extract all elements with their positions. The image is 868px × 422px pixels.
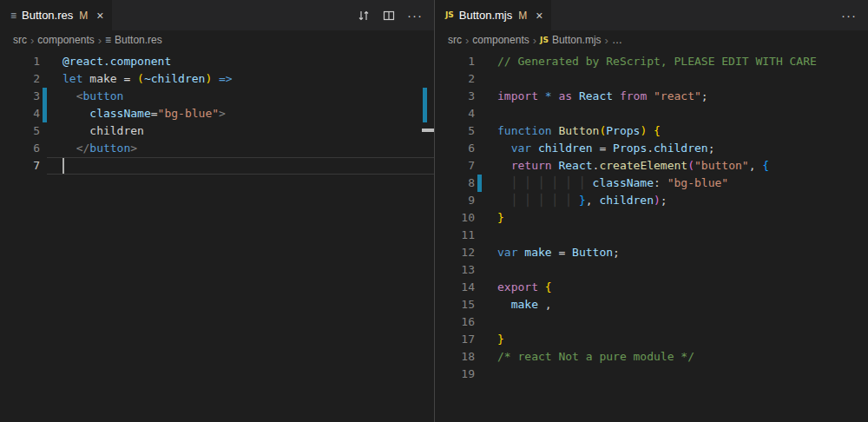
code-line-content: } <box>482 209 868 227</box>
code-line[interactable]: 18/* react Not a pure module */ <box>435 348 868 366</box>
code-line-content <box>482 227 868 244</box>
line-number[interactable]: 12 <box>435 244 475 261</box>
code-token: > <box>130 142 137 155</box>
code-line[interactable]: 6 </button> <box>0 140 434 157</box>
code-token: "button" <box>694 159 749 172</box>
code-line[interactable]: 2let make = (~children) => <box>0 70 434 88</box>
code-line[interactable]: 9 │ │ │ │ │ }, children); <box>435 192 868 209</box>
line-number[interactable]: 4 <box>0 105 40 122</box>
split-editor-icon[interactable] <box>382 9 396 23</box>
code-line[interactable]: 15 make , <box>435 296 868 313</box>
code-token: Props <box>606 124 640 137</box>
code-token <box>572 89 579 102</box>
code-line[interactable]: 3 <button <box>0 88 434 105</box>
code-line[interactable]: 5function Button(Props) { <box>435 122 868 140</box>
line-number[interactable]: 19 <box>435 366 475 383</box>
line-number[interactable]: 6 <box>435 140 475 157</box>
code-editor-right[interactable]: 1// Generated by ReScript, PLEASE EDIT W… <box>435 49 868 422</box>
line-number[interactable]: 7 <box>0 157 40 175</box>
line-number[interactable]: 3 <box>0 88 40 105</box>
code-line[interactable]: 4 className="bg-blue"> <box>0 105 434 122</box>
tab-button-mjs[interactable]: JS Button.mjs M × <box>435 0 551 30</box>
tab-button-res[interactable]: ≡ Button.res M × <box>0 0 112 30</box>
code-line[interactable]: 19 <box>435 366 868 383</box>
breadcrumb-item[interactable]: src <box>13 34 27 46</box>
breadcrumb-item[interactable]: … <box>612 34 622 46</box>
line-number[interactable]: 1 <box>435 53 475 70</box>
code-line[interactable]: 17} <box>435 331 868 348</box>
breadcrumb-label: components <box>472 34 529 46</box>
more-actions-icon[interactable]: ··· <box>407 8 423 23</box>
code-token <box>62 142 76 155</box>
code-line[interactable]: 7 <box>0 157 434 175</box>
close-icon[interactable]: × <box>96 10 103 22</box>
code-token: var <box>497 246 517 259</box>
breadcrumb-item[interactable]: components <box>472 34 529 46</box>
code-line-content <box>482 366 868 383</box>
code-line[interactable]: 6 var children = Props.children; <box>435 140 868 157</box>
line-number[interactable]: 15 <box>435 296 475 313</box>
open-changes-icon[interactable] <box>357 9 371 23</box>
code-line-content: var make = Button; <box>482 244 868 261</box>
code-token: } <box>497 333 504 346</box>
javascript-file-icon: JS <box>445 11 454 19</box>
line-number[interactable]: 16 <box>435 313 475 331</box>
code-line[interactable]: 14export { <box>435 279 868 296</box>
line-number[interactable]: 6 <box>0 140 40 157</box>
code-editor-left[interactable]: 1@react.component2let make = (~children)… <box>0 49 434 422</box>
code-line[interactable]: 1@react.component <box>0 53 434 70</box>
line-number[interactable]: 13 <box>435 261 475 279</box>
code-line[interactable]: 5 children <box>0 122 434 140</box>
code-token: from <box>620 89 647 102</box>
code-token: Button <box>572 246 613 259</box>
line-number[interactable]: 7 <box>435 157 475 175</box>
line-number[interactable]: 14 <box>435 279 475 296</box>
breadcrumb-item[interactable]: src <box>448 34 462 46</box>
code-token <box>497 298 511 311</box>
code-token: * <box>545 89 552 102</box>
code-line[interactable]: 1// Generated by ReScript, PLEASE EDIT W… <box>435 53 868 70</box>
line-number[interactable]: 10 <box>435 209 475 227</box>
code-token: button <box>89 142 130 155</box>
code-token: : <box>654 176 667 189</box>
line-number[interactable]: 2 <box>435 70 475 88</box>
code-token: children <box>654 142 708 155</box>
code-line-content: return React.createElement("button", { <box>482 157 868 175</box>
code-line-content: /* react Not a pure module */ <box>482 348 868 366</box>
line-number[interactable]: 9 <box>435 192 475 209</box>
code-token: Button <box>558 124 599 137</box>
code-token: "bg-blue" <box>158 107 219 120</box>
code-line[interactable]: 11 <box>435 227 868 244</box>
close-icon[interactable]: × <box>536 10 542 22</box>
code-line[interactable]: 10} <box>435 209 868 227</box>
code-line[interactable]: 12var make = Button; <box>435 244 868 261</box>
code-token: } <box>579 194 586 207</box>
line-number[interactable]: 8 <box>435 175 475 192</box>
code-line[interactable]: 4 <box>435 105 868 122</box>
breadcrumb-item[interactable]: JSButton.mjs <box>540 34 602 46</box>
code-line[interactable]: 7 return React.createElement("button", { <box>435 157 868 175</box>
code-line[interactable]: 13 <box>435 261 868 279</box>
line-number[interactable]: 2 <box>0 70 40 88</box>
code-token: ; <box>661 194 667 207</box>
breadcrumb-item[interactable]: components <box>37 34 94 46</box>
line-number[interactable]: 1 <box>0 53 40 70</box>
line-number[interactable]: 17 <box>435 331 475 348</box>
code-line[interactable]: 3import * as React from "react"; <box>435 88 868 105</box>
tab-title: Button.res <box>22 9 73 22</box>
more-actions-icon[interactable]: ··· <box>841 8 857 23</box>
line-number[interactable]: 4 <box>435 105 475 122</box>
code-line[interactable]: 2 <box>435 70 868 88</box>
line-number[interactable]: 3 <box>435 88 475 105</box>
code-line-content: │ │ │ │ │ }, children); <box>482 192 868 209</box>
code-line[interactable]: 8 │ │ │ │ │ │ className: "bg-blue" <box>435 175 868 192</box>
breadcrumb-separator-icon: › <box>98 34 102 47</box>
breadcrumb-item[interactable]: ≡Button.res <box>105 34 162 46</box>
code-line-content: </button> <box>47 140 434 157</box>
line-number[interactable]: 5 <box>435 122 475 140</box>
code-line[interactable]: 16 <box>435 313 868 331</box>
code-line-content: className="bg-blue"> <box>47 105 434 122</box>
line-number[interactable]: 5 <box>0 122 40 140</box>
line-number[interactable]: 11 <box>435 227 475 244</box>
line-number[interactable]: 18 <box>435 348 475 366</box>
